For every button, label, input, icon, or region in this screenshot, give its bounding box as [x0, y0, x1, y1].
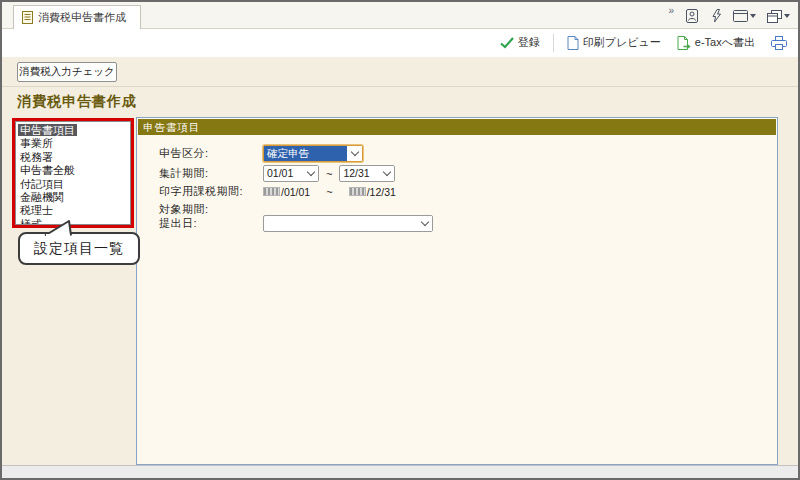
print-preview-button[interactable]: 印刷プレビュー	[564, 33, 664, 52]
print-tax-period-label: 印字用課税期間:	[159, 184, 263, 199]
annotation-red-box: 申告書項目事業所税務署申告書全般付記項目金融機関税理士様式	[12, 118, 134, 228]
aggregation-from-select[interactable]: 01/01	[263, 165, 319, 182]
list-item[interactable]: 税務署	[18, 151, 55, 163]
chevron-down-icon[interactable]	[417, 216, 432, 231]
submission-date-select[interactable]	[263, 215, 433, 232]
filing-type-select[interactable]: 確定申告	[263, 145, 363, 162]
status-bar	[2, 465, 798, 478]
toolbar: 登録 印刷プレビュー	[2, 29, 798, 56]
tab-label: 消費税申告書作成	[38, 10, 126, 25]
masked-year-block	[263, 187, 280, 196]
overflow-chevron-icon[interactable]: »	[668, 5, 674, 16]
callout-bubble: 設定項目一覧	[18, 232, 140, 265]
chevron-down-icon[interactable]	[303, 166, 318, 181]
tab-consumption-tax-return[interactable]: 消費税申告書作成	[13, 5, 141, 29]
tax-input-check-button[interactable]: 消費税入力チェック	[17, 62, 117, 82]
list-item[interactable]: 様式	[18, 218, 44, 225]
list-item[interactable]: 付記項目	[18, 178, 66, 190]
list-item[interactable]: 申告書項目	[18, 124, 77, 136]
tab-bar: 消費税申告書作成 »	[2, 2, 798, 29]
lightning-icon[interactable]	[708, 7, 724, 25]
document-export-icon	[677, 36, 691, 50]
user-badge-icon[interactable]	[683, 7, 701, 25]
print-button[interactable]	[768, 34, 790, 52]
printer-icon	[771, 36, 787, 50]
list-item[interactable]: 事業所	[18, 137, 55, 149]
settings-list[interactable]: 申告書項目事業所税務署申告書全般付記項目金融機関税理士様式	[15, 121, 131, 225]
range-tilde: ~	[326, 168, 332, 180]
chevron-down-icon	[750, 14, 756, 18]
print-preview-label: 印刷プレビュー	[583, 35, 661, 50]
aggregation-to-select[interactable]: 12/31	[339, 165, 395, 182]
register-label: 登録	[518, 35, 540, 50]
submission-date-value	[264, 216, 417, 231]
aggregation-from-value: 01/01	[264, 166, 303, 181]
callout-tail	[44, 220, 74, 236]
aggregation-to-value: 12/31	[340, 166, 379, 181]
titlebar-icons: »	[668, 4, 792, 28]
document-icon	[22, 11, 33, 24]
etax-export-button[interactable]: e-Taxへ書出	[674, 33, 758, 52]
toolbar-separator	[553, 34, 554, 52]
register-button[interactable]: 登録	[497, 33, 543, 52]
masked-year-block	[349, 187, 366, 196]
list-item[interactable]: 申告書全般	[18, 164, 77, 176]
submission-date-label: 提出日:	[159, 216, 263, 231]
print-tax-period-value: /01/01 ~ /12/31	[263, 186, 396, 198]
chevron-down-icon[interactable]	[347, 146, 362, 161]
list-item[interactable]: 税理士	[18, 204, 55, 216]
window-icon[interactable]	[731, 8, 758, 24]
list-item[interactable]: 金融機関	[18, 191, 66, 203]
panel-header: 申告書項目	[138, 119, 776, 135]
app-window: 消費税申告書作成 »	[0, 0, 800, 480]
divider	[2, 86, 798, 87]
filing-type-value: 確定申告	[264, 146, 347, 161]
document-icon	[567, 36, 579, 50]
declaration-items-panel: 申告書項目 申告区分: 確定申告 集計期間: 01/01 ~ 12/31	[136, 117, 778, 465]
etax-export-label: e-Taxへ書出	[695, 35, 755, 50]
check-icon	[500, 37, 514, 49]
content-area: 消費税入力チェック 消費税申告書作成 申告書項目事業所税務署申告書全般付記項目金…	[2, 57, 798, 465]
chevron-down-icon[interactable]	[379, 166, 394, 181]
callout-label: 設定項目一覧	[34, 240, 124, 258]
cascade-windows-icon[interactable]	[765, 8, 792, 25]
chevron-down-icon	[784, 14, 790, 18]
aggregation-period-label: 集計期間:	[159, 166, 263, 181]
filing-type-label: 申告区分:	[159, 146, 263, 161]
page-title: 消費税申告書作成	[17, 93, 137, 111]
